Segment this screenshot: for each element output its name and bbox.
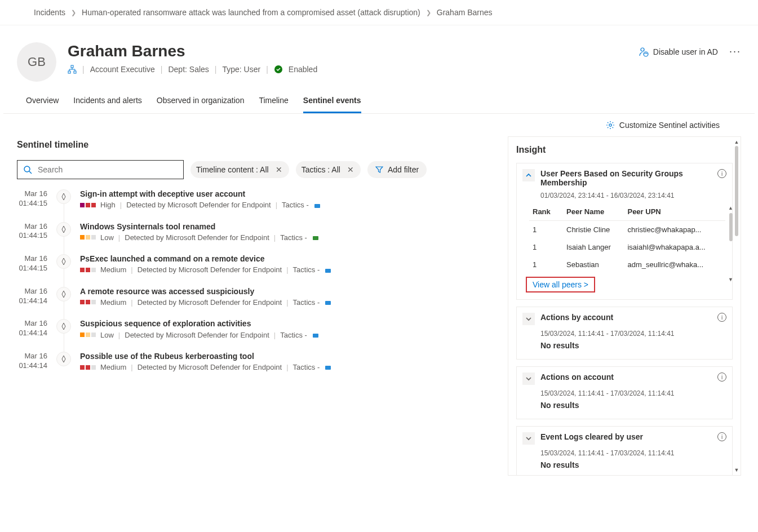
breadcrumb-incident[interactable]: Human-operated ransomware attack was lau…	[82, 8, 420, 17]
expand-toggle[interactable]	[522, 313, 535, 325]
breadcrumb-root[interactable]: Incidents	[34, 8, 65, 17]
info-icon[interactable]: i	[717, 373, 726, 382]
event-detected-by: Detected by Microsoft Defender for Endpo…	[138, 265, 282, 274]
expand-toggle[interactable]	[522, 373, 535, 385]
col-rank[interactable]: Rank	[529, 203, 563, 221]
filter-content-label: Timeline content : All	[196, 165, 269, 174]
svg-rect-0	[71, 65, 73, 68]
card-date-range: 15/03/2024, 11:14:41 - 17/03/2024, 11:14…	[517, 330, 732, 341]
clear-filter-icon[interactable]: ✕	[346, 165, 355, 174]
tab-observed-in-organization[interactable]: Observed in organization	[157, 96, 245, 113]
timeline-item[interactable]: Mar 1601:44:14A remote resource was acce…	[17, 287, 493, 307]
insight-card-title: Actions by account	[540, 313, 613, 322]
timeline-item[interactable]: Mar 1601:44:14Possible use of the Rubeus…	[17, 352, 493, 372]
check-circle-icon	[274, 65, 283, 74]
peer-rank: 1	[529, 221, 563, 239]
peer-rank: 1	[529, 238, 563, 256]
col-upn[interactable]: Peer UPN	[624, 203, 725, 221]
svg-rect-8	[314, 204, 320, 208]
event-severity: Low	[100, 233, 114, 242]
view-all-peers-link[interactable]: View all peers >	[533, 280, 588, 289]
event-date: Mar 1601:44:15	[17, 222, 47, 242]
event-date: Mar 1601:44:14	[17, 287, 47, 307]
insight-card-title: Event Logs cleared by user	[540, 432, 643, 441]
search-input[interactable]	[17, 160, 184, 179]
timeline-connector	[64, 204, 64, 222]
search-field[interactable]	[37, 165, 178, 175]
table-row[interactable]: 1Sebastianadm_seullric@whaka...	[529, 256, 725, 273]
timeline-item[interactable]: Mar 1601:44:14Suspicious sequence of exp…	[17, 319, 493, 339]
scroll-thumb[interactable]	[729, 213, 733, 241]
insight-card: Actions by accounti15/03/2024, 11:14:41 …	[516, 307, 733, 360]
peer-name: Sebastian	[563, 256, 624, 273]
info-icon[interactable]: i	[717, 169, 726, 178]
event-severity: Medium	[100, 265, 126, 274]
svg-point-7	[24, 166, 30, 172]
event-date: Mar 1601:44:15	[17, 254, 47, 274]
card-result: No results	[540, 341, 725, 352]
svg-rect-12	[313, 334, 318, 338]
svg-point-6	[609, 124, 611, 126]
tactic-icon	[324, 298, 332, 307]
event-date: Mar 1601:44:14	[17, 352, 47, 372]
table-row[interactable]: 1Isaiah Langerisaiahl@whakapapa.a...	[529, 238, 725, 256]
timeline-connector	[64, 302, 64, 320]
svg-rect-10	[325, 269, 331, 273]
peers-card: User Peers Based on Security Groups Memb…	[516, 163, 733, 300]
breadcrumb-leaf: Graham Barnes	[437, 8, 493, 17]
timeline-connector	[64, 334, 64, 352]
gear-icon	[606, 121, 615, 130]
event-date: Mar 1601:44:15	[17, 189, 47, 210]
card-result: No results	[540, 401, 725, 412]
peer-upn: adm_seullric@whaka...	[624, 256, 725, 273]
timeline-item[interactable]: Mar 1601:44:15PsExec launched a command …	[17, 254, 493, 274]
scroll-up-arrow[interactable]: ▲	[728, 205, 733, 211]
tab-overview[interactable]: Overview	[26, 96, 59, 113]
tab-timeline[interactable]: Timeline	[259, 96, 288, 113]
svg-point-5	[644, 52, 648, 56]
scroll-down-arrow[interactable]: ▼	[734, 467, 739, 473]
info-icon[interactable]: i	[717, 313, 726, 322]
filter-timeline-content[interactable]: Timeline content : All ✕	[190, 161, 289, 178]
severity-icon	[80, 365, 96, 370]
hierarchy-icon[interactable]	[68, 65, 77, 74]
timeline-item[interactable]: Mar 1601:44:15Sign-in attempt with decep…	[17, 189, 493, 210]
filter-tactics[interactable]: Tactics : All ✕	[296, 161, 361, 178]
svg-rect-1	[68, 71, 70, 73]
peer-rank: 1	[529, 256, 563, 273]
user-dept: Dept: Sales	[168, 65, 209, 74]
tab-incidents-and-alerts[interactable]: Incidents and alerts	[73, 96, 141, 113]
info-icon[interactable]: i	[717, 432, 726, 441]
svg-rect-13	[325, 366, 331, 370]
expand-toggle[interactable]	[522, 432, 535, 445]
insight-panel: Insight User Peers Based on Security Gro…	[508, 136, 741, 476]
event-detected-by: Detected by Microsoft Defender for Endpo…	[138, 298, 282, 307]
peers-date-range: 01/03/2024, 23:14:41 - 16/03/2024, 23:14…	[517, 192, 732, 203]
scroll-down-arrow[interactable]: ▼	[728, 277, 733, 282]
clear-filter-icon[interactable]: ✕	[274, 165, 283, 174]
disable-user-button[interactable]: Disable user in AD	[639, 47, 718, 57]
lightning-icon	[56, 287, 71, 302]
event-severity: Medium	[100, 363, 126, 371]
col-name[interactable]: Peer Name	[563, 203, 624, 221]
table-row[interactable]: 1Christie Clinechristiec@whakapap...	[529, 221, 725, 239]
scroll-thumb[interactable]	[735, 146, 738, 236]
peer-name: Christie Cline	[563, 221, 624, 239]
add-filter-button[interactable]: Add filter	[367, 161, 427, 178]
insight-title: Insight	[516, 145, 733, 155]
tactic-icon	[324, 363, 332, 372]
panel-scrollbar[interactable]: ▲ ▼	[734, 139, 739, 473]
chevron-right-icon: ❯	[426, 9, 431, 16]
event-detected-by: Detected by Microsoft Defender for Endpo…	[138, 363, 282, 371]
lightning-icon	[56, 319, 71, 334]
collapse-toggle[interactable]	[522, 169, 535, 181]
more-actions-button[interactable]: ···	[729, 46, 741, 57]
timeline-item[interactable]: Mar 1601:44:15Windows Sysinternals tool …	[17, 222, 493, 242]
svg-point-4	[641, 48, 644, 51]
scroll-up-arrow[interactable]: ▲	[734, 139, 739, 145]
tactic-icon	[313, 201, 321, 210]
tab-sentinel-events[interactable]: Sentinel events	[303, 96, 361, 113]
event-title: Sign-in attempt with deceptive user acco…	[80, 189, 493, 198]
customize-activities-button[interactable]: Customize Sentinel activities	[606, 121, 720, 130]
event-tactics: Tactics -	[293, 298, 320, 307]
